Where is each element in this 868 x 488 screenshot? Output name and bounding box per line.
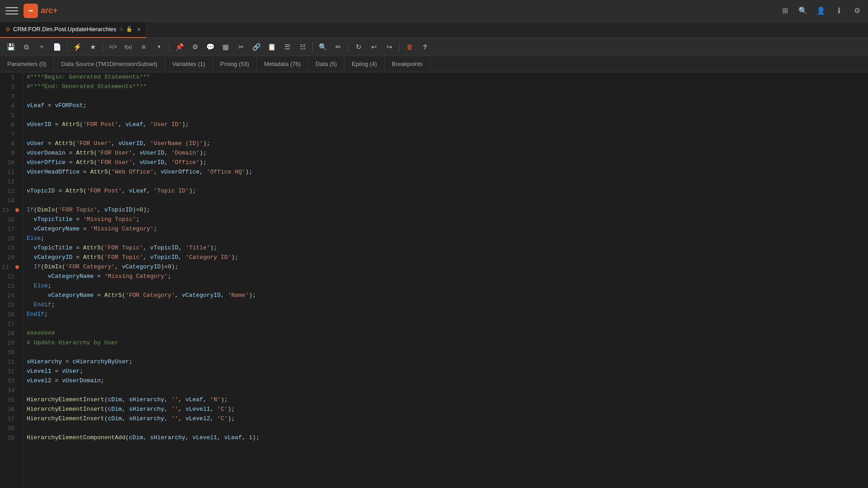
- help-button[interactable]: ?: [418, 40, 432, 54]
- save-button[interactable]: 💾: [4, 40, 18, 54]
- editor[interactable]: 1234567891011121314151617181920212223242…: [0, 72, 868, 488]
- line-numbers: 1234567891011121314151617181920212223242…: [0, 72, 23, 488]
- line-number: 7: [0, 129, 19, 139]
- line-number: 19: [0, 243, 19, 253]
- code-line: Endif;: [27, 300, 864, 310]
- code-line: [27, 196, 864, 205]
- code-line: vUserDomain = AttrS('FOR User', vUserID,…: [27, 148, 864, 158]
- copy-button[interactable]: ⧉: [19, 40, 33, 54]
- edit-button[interactable]: ✏: [331, 40, 345, 54]
- line-number: 15: [0, 205, 19, 215]
- tab-prolog[interactable]: Prolog (53): [213, 56, 257, 72]
- align-dropdown-button[interactable]: ▼: [152, 40, 166, 54]
- line-number: 14: [0, 196, 19, 205]
- tab-title: CRM:FOR.Dim.Post.UpdateHierarchies: [13, 26, 116, 33]
- undo-button[interactable]: ↩: [367, 40, 381, 54]
- code-line: vUser = AttrS('FOR User', vUserID, 'User…: [27, 139, 864, 148]
- line-number: 28: [0, 328, 19, 338]
- settings-cog-button[interactable]: ⚙: [188, 40, 202, 54]
- line-number: 6: [0, 120, 19, 129]
- tab-star-icon[interactable]: ☆: [119, 26, 123, 32]
- line-number: 38: [0, 423, 19, 433]
- line-number: 30: [0, 347, 19, 357]
- toolbar-sep-5: [348, 42, 349, 52]
- code-line: #****End: Generated Statements****: [27, 82, 864, 91]
- code-line: vCategoryName = AttrS('FOR Category', vC…: [27, 291, 864, 300]
- code-line: [27, 423, 864, 433]
- search-top-icon[interactable]: 🔍: [797, 5, 808, 16]
- code-line: If(DimIx('FOR Topic', vTopicID)=0);: [27, 205, 864, 215]
- copy2-button[interactable]: 📋: [264, 40, 279, 54]
- code-line: Else;: [27, 281, 864, 291]
- code-line: vTopicID = AttrS('FOR Post', vLeaf, 'Top…: [27, 186, 864, 196]
- align-left-button[interactable]: ☰: [280, 40, 294, 54]
- tabbar: ⚙ CRM:FOR.Dim.Post.UpdateHierarchies ☆ 🔓…: [0, 22, 868, 38]
- code-line: [27, 385, 864, 395]
- code-line: #****Begin: Generated Statements***: [27, 72, 864, 82]
- code-line: [27, 91, 864, 101]
- tab-metadata[interactable]: Metadata (76): [257, 56, 308, 72]
- line-number: 29: [0, 338, 19, 347]
- line-number: 31: [0, 357, 19, 366]
- code-line: vCategoryID = AttrS('FOR Topic', vTopicI…: [27, 253, 864, 262]
- line-number: 2: [0, 82, 19, 91]
- code-line: vUserHeadOffice = AttrS('Web Office', vU…: [27, 167, 864, 177]
- star-button[interactable]: ★: [85, 40, 100, 54]
- function-button[interactable]: f(x): [121, 40, 136, 54]
- code-line: HierarchyElementComponentAdd(cDim, sHier…: [27, 433, 864, 442]
- line-number: 9: [0, 148, 19, 158]
- delete-button[interactable]: 🗑: [402, 40, 417, 54]
- info-icon[interactable]: ℹ: [834, 5, 844, 16]
- hamburger-menu[interactable]: [5, 5, 18, 17]
- toolbar-sep-1: [67, 42, 67, 52]
- line-number: 21: [0, 262, 19, 272]
- code-line: [27, 319, 864, 328]
- line-number: 12: [0, 177, 19, 186]
- code-line: If(DimIx('FOR Category', vCategoryID)=0)…: [27, 262, 864, 272]
- redo-button[interactable]: ↪: [382, 40, 396, 54]
- line-number: 32: [0, 366, 19, 376]
- tab-close-button[interactable]: ×: [137, 26, 141, 33]
- breakpoint-marker: [15, 208, 19, 212]
- code-line: vUserID = AttrS('FOR Post', vLeaf, 'User…: [27, 120, 864, 129]
- line-number: 11: [0, 167, 19, 177]
- tab-data[interactable]: Data (5): [308, 56, 344, 72]
- editor-tab[interactable]: ⚙ CRM:FOR.Dim.Post.UpdateHierarchies ☆ 🔓…: [0, 22, 146, 38]
- code-line: vUserOffice = AttrS('FOR User', vUserID,…: [27, 158, 864, 167]
- document-button[interactable]: 📄: [50, 40, 64, 54]
- grid-icon[interactable]: ⊞: [779, 5, 790, 16]
- code-button[interactable]: </>: [106, 40, 120, 54]
- line-number: 24: [0, 291, 19, 300]
- tab-epilog[interactable]: Epilog (4): [344, 56, 385, 72]
- line-number: 8: [0, 139, 19, 148]
- code-line: vTopicTitle = AttrS('FOR Topic', vTopicI…: [27, 243, 864, 253]
- user-icon[interactable]: 👤: [816, 5, 826, 16]
- scissors-button[interactable]: ✂: [234, 40, 248, 54]
- align-button[interactable]: ≡: [137, 40, 151, 54]
- tab-datasource[interactable]: Data Source (TM1DimensionSubset): [54, 56, 165, 72]
- tab-parameters[interactable]: Parameters (0): [0, 56, 54, 72]
- code-line: vCategoryName = 'Missing Category';: [27, 224, 864, 234]
- code-line: [27, 347, 864, 357]
- grid-button[interactable]: ▦: [218, 40, 233, 54]
- line-number: 35: [0, 395, 19, 404]
- tab-breakpoints[interactable]: Breakpoints: [385, 56, 431, 72]
- search-button[interactable]: 🔍: [316, 40, 330, 54]
- code-line: vLevel2 = vUserDomain;: [27, 376, 864, 385]
- pin-button[interactable]: 📌: [172, 40, 187, 54]
- refresh-button[interactable]: ↻: [351, 40, 366, 54]
- new-button[interactable]: ＋: [34, 40, 49, 54]
- code-area[interactable]: #****Begin: Generated Statements***#****…: [23, 72, 868, 488]
- code-line: HierarchyElementInsert(cDim, sHierarchy,…: [27, 404, 864, 414]
- link-button[interactable]: 🔗: [249, 40, 264, 54]
- line-number: 5: [0, 110, 19, 120]
- tab-lock-icon: 🔓: [126, 26, 132, 32]
- code-line: [27, 177, 864, 186]
- comment-button[interactable]: 💬: [203, 40, 217, 54]
- lightning-button[interactable]: ⚡: [70, 40, 85, 54]
- line-number: 4: [0, 101, 19, 110]
- tab-variables[interactable]: Variables (1): [165, 56, 213, 72]
- align-right-button[interactable]: ☷: [295, 40, 310, 54]
- tab-icon: ⚙: [5, 26, 10, 33]
- settings-icon[interactable]: ⚙: [852, 5, 863, 16]
